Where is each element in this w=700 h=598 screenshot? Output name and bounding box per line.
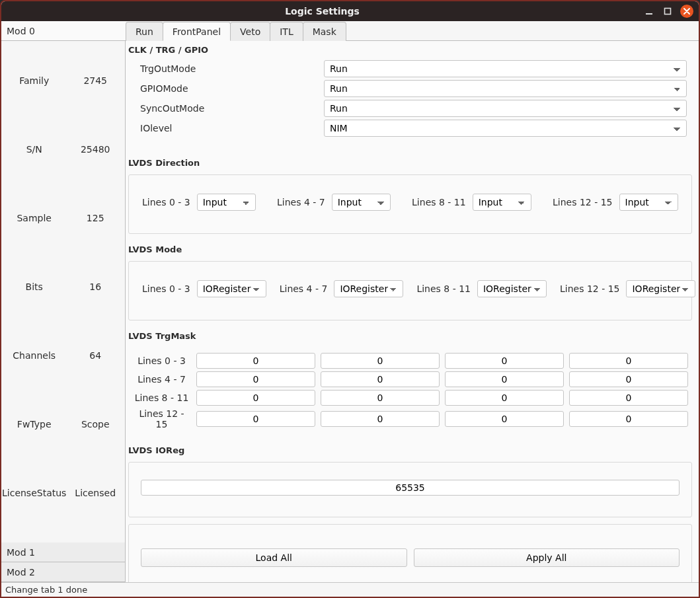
trgmask-row1-label: Lines 4 - 7	[132, 374, 191, 385]
info-channels-label: Channels	[2, 350, 66, 361]
window-title: Logic Settings	[1, 6, 643, 17]
trgmask-1-1[interactable]	[321, 371, 440, 387]
frontpanel-content: CLK / TRG / GPIO TrgOutMode Run GPIOMode…	[126, 41, 699, 582]
trgmask-0-1[interactable]	[321, 353, 440, 369]
lvds-direction-title: LVDS Direction	[126, 154, 699, 170]
mod-tab-label: Mod 2	[7, 567, 35, 578]
clk-section-title: CLK / TRG / GPIO	[126, 41, 699, 57]
lvdsdir-2-select[interactable]: Input	[473, 194, 532, 211]
lvds-direction-group: Lines 0 - 3 Input Lines 4 - 7 Input Line…	[128, 174, 692, 234]
gpiomode-label: GPIOMode	[134, 83, 319, 94]
syncoutmode-select[interactable]: Run	[324, 100, 687, 117]
tab-label: FrontPanel	[173, 26, 221, 37]
trgmask-0-2[interactable]	[445, 353, 564, 369]
trgmask-2-3[interactable]	[569, 390, 688, 406]
tab-label: Mask	[313, 26, 336, 37]
lvdsdir-0-select[interactable]: Input	[197, 194, 256, 211]
mod-tab-1[interactable]: Mod 1	[1, 542, 125, 562]
window-controls	[643, 5, 699, 18]
trgmask-0-0[interactable]	[196, 353, 315, 369]
tab-veto[interactable]: Veto	[230, 22, 270, 41]
tab-label: ITL	[280, 26, 293, 37]
trgmask-3-3[interactable]	[569, 411, 688, 427]
trgmask-2-2[interactable]	[445, 390, 564, 406]
lvdsdir-0-label: Lines 0 - 3	[142, 197, 190, 207]
info-sample-label: Sample	[2, 213, 66, 223]
lvdsdir-1-select[interactable]: Input	[332, 194, 391, 211]
syncoutmode-label: SyncOutMode	[134, 103, 319, 114]
info-family-label: Family	[2, 75, 66, 86]
mod-tab-label: Mod 1	[7, 547, 35, 558]
lvdsmode-3-label: Lines 12 - 15	[560, 283, 620, 294]
lvdsdir-1-label: Lines 4 - 7	[277, 197, 325, 207]
iolevel-select[interactable]: NIM	[324, 120, 687, 137]
minimize-button[interactable]	[643, 5, 655, 17]
trgmask-1-0[interactable]	[196, 371, 315, 387]
status-bar: Change tab 1 done	[1, 582, 699, 597]
trgmask-3-1[interactable]	[321, 411, 440, 427]
lvdsdir-3-label: Lines 12 - 15	[553, 197, 613, 207]
info-family-value: 2745	[66, 75, 124, 86]
load-all-button[interactable]: Load All	[141, 548, 407, 567]
tab-label: Run	[136, 26, 153, 37]
trgmask-1-2[interactable]	[445, 371, 564, 387]
info-fwtype-label: FwType	[2, 419, 66, 430]
trgmask-3-2[interactable]	[445, 411, 564, 427]
lvdsmode-0-label: Lines 0 - 3	[142, 283, 190, 294]
mod-tab-0[interactable]: Mod 0	[1, 21, 125, 41]
gpiomode-select[interactable]: Run	[324, 80, 687, 97]
lvds-mode-title: LVDS Mode	[126, 241, 699, 257]
main-panel: Run FrontPanel Veto ITL Mask CLK / TRG /…	[126, 21, 699, 582]
trgmask-3-0[interactable]	[196, 411, 315, 427]
tab-run[interactable]: Run	[126, 22, 163, 41]
info-bits-label: Bits	[2, 281, 66, 292]
tab-label: Veto	[240, 26, 260, 37]
lvds-ioreg-title: LVDS IOReg	[126, 441, 699, 458]
lvdsmode-2-select[interactable]: IORegister	[477, 280, 547, 297]
module-info: Family 2745 S/N 25480 Sample 125 Bits 16…	[1, 70, 125, 504]
lvds-trgmask-group: Lines 0 - 3 Lines 4 - 7	[128, 348, 692, 435]
info-sn-value: 25480	[66, 144, 124, 155]
tab-itl[interactable]: ITL	[270, 22, 303, 41]
trgmask-1-3[interactable]	[569, 371, 688, 387]
maximize-button[interactable]	[662, 5, 674, 17]
close-button[interactable]	[680, 5, 693, 18]
info-sn-label: S/N	[2, 144, 66, 155]
lvdsdir-2-label: Lines 8 - 11	[412, 197, 466, 207]
trgmask-0-3[interactable]	[569, 353, 688, 369]
trgmask-2-0[interactable]	[196, 390, 315, 406]
lvdsmode-1-select[interactable]: IORegister	[334, 280, 403, 297]
mod-tab-2[interactable]: Mod 2	[1, 562, 125, 582]
module-tabs: Mod 0 Family 2745 S/N 25480 Sample 125 B…	[1, 21, 126, 582]
info-channels-value: 64	[66, 350, 124, 361]
apply-all-button[interactable]: Apply All	[414, 548, 680, 567]
info-fwtype-value: Scope	[66, 419, 124, 430]
trgmask-row0-label: Lines 0 - 3	[132, 355, 191, 366]
svg-rect-0	[646, 13, 652, 15]
trgmask-row3-label: Lines 12 - 15	[132, 408, 191, 430]
info-bits-value: 16	[66, 281, 124, 292]
lvdsmode-3-select[interactable]: IORegister	[626, 280, 695, 297]
module-sidebar: Family 2745 S/N 25480 Sample 125 Bits 16…	[1, 41, 125, 542]
action-buttons-group: Load All Apply All	[128, 524, 692, 582]
info-license-value: Licensed	[66, 488, 124, 498]
lvds-ioreg-input[interactable]	[141, 480, 680, 496]
app-window: Logic Settings Mod 0 Family	[0, 0, 700, 598]
status-text: Change tab 1 done	[5, 585, 87, 595]
lvdsmode-2-label: Lines 8 - 11	[416, 283, 471, 294]
lvds-mode-group: Lines 0 - 3 IORegister Lines 4 - 7 IOReg…	[128, 261, 692, 320]
tab-mask[interactable]: Mask	[303, 22, 346, 41]
trgmask-2-1[interactable]	[321, 390, 440, 406]
svg-rect-1	[665, 9, 671, 15]
iolevel-label: IOlevel	[134, 123, 319, 133]
lvdsmode-0-select[interactable]: IORegister	[197, 280, 266, 297]
trgoutmode-select[interactable]: Run	[324, 60, 687, 77]
top-tabs: Run FrontPanel Veto ITL Mask	[126, 21, 699, 41]
lvds-trgmask-title: LVDS TrgMask	[126, 327, 699, 344]
trgoutmode-label: TrgOutMode	[134, 63, 319, 74]
tab-frontpanel[interactable]: FrontPanel	[163, 22, 231, 41]
client-area: Mod 0 Family 2745 S/N 25480 Sample 125 B…	[1, 21, 699, 597]
lvds-ioreg-group	[128, 462, 692, 517]
lvdsdir-3-select[interactable]: Input	[619, 194, 679, 211]
clk-section: TrgOutMode Run GPIOMode Run SyncOutMode …	[128, 60, 692, 147]
